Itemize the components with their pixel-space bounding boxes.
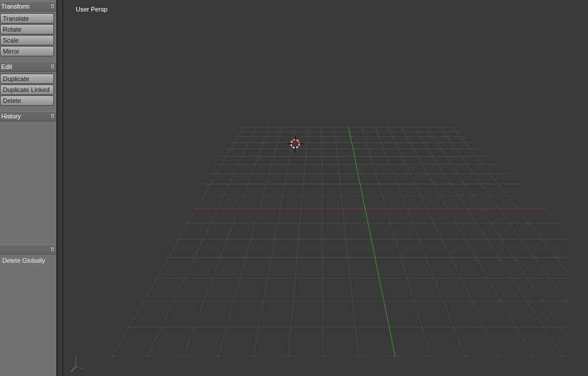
- section-body-transform: Translate Rotate Scale Mirror: [0, 11, 56, 59]
- svg-line-21: [253, 127, 295, 356]
- svg-line-22: [288, 127, 308, 356]
- delete-button[interactable]: Delete: [0, 95, 54, 106]
- section-edit: Edit ⠿ Duplicate Duplicate Linked Delete: [0, 62, 56, 109]
- section-body-grease-pencil: Delete Globally: [0, 255, 56, 267]
- svg-line-18: [148, 127, 256, 356]
- viewport-3d[interactable]: User Persp: [63, 0, 588, 376]
- mirror-button[interactable]: Mirror: [0, 46, 54, 56]
- section-title: Transform: [1, 3, 30, 10]
- duplicate-button[interactable]: Duplicate: [0, 74, 54, 84]
- section-grease-pencil: ⠿ Delete Globally: [0, 244, 56, 267]
- svg-line-32: [453, 127, 568, 273]
- section-title: History: [1, 113, 21, 120]
- svg-line-19: [183, 127, 269, 356]
- svg-line-29: [414, 127, 563, 356]
- svg-line-20: [218, 127, 282, 356]
- drag-grip-icon: ⠿: [51, 64, 54, 70]
- scale-button[interactable]: Scale: [0, 35, 54, 45]
- section-header-grease-pencil[interactable]: ⠿: [0, 244, 56, 255]
- drag-grip-icon: ⠿: [51, 247, 54, 253]
- svg-line-30: [427, 127, 568, 340]
- section-header-history[interactable]: History ⠿: [0, 111, 56, 121]
- section-body-edit: Duplicate Duplicate Linked Delete: [0, 72, 56, 109]
- tool-panel: Transform ⠿ Translate Rotate Scale Mirro…: [0, 0, 57, 376]
- section-transform: Transform ⠿ Translate Rotate Scale Mirro…: [0, 1, 56, 59]
- grid-floor: [63, 0, 588, 376]
- panel-spacer: [0, 124, 56, 244]
- translate-button[interactable]: Translate: [0, 13, 54, 24]
- section-header-transform[interactable]: Transform ⠿: [0, 1, 56, 11]
- drag-grip-icon: ⠿: [51, 3, 54, 10]
- svg-line-27: [388, 127, 499, 356]
- duplicate-linked-button[interactable]: Duplicate Linked: [0, 85, 54, 95]
- section-history: History ⠿: [0, 111, 56, 121]
- svg-line-17: [112, 127, 243, 356]
- panel-splitter[interactable]: [57, 0, 63, 376]
- checkbox-label: Delete Globally: [2, 257, 45, 264]
- drag-grip-icon: ⠿: [51, 113, 54, 120]
- rotate-button[interactable]: Rotate: [0, 24, 54, 34]
- svg-line-23: [322, 127, 323, 356]
- delete-globally-checkbox[interactable]: Delete Globally: [0, 256, 55, 265]
- svg-line-24: [334, 127, 358, 356]
- app-root: Transform ⠿ Translate Rotate Scale Mirro…: [0, 0, 588, 376]
- section-header-edit[interactable]: Edit ⠿: [0, 62, 56, 72]
- section-title: Edit: [1, 63, 12, 70]
